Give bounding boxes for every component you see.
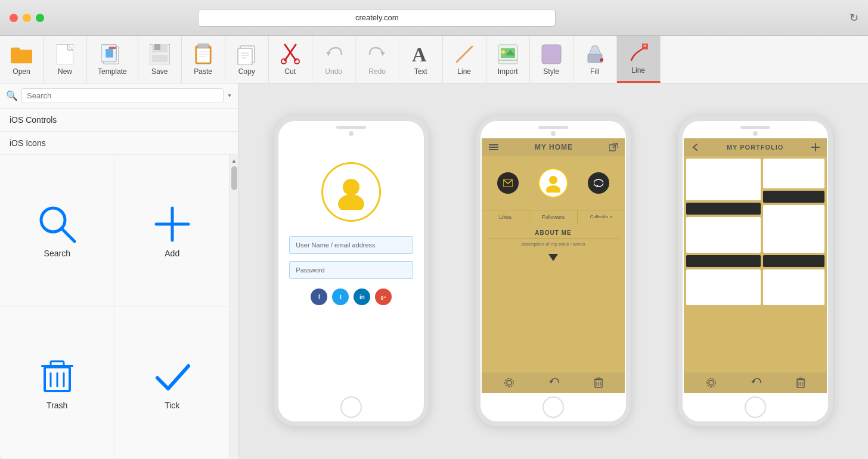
redo-label: Redo bbox=[368, 67, 386, 76]
paste-button[interactable]: Paste bbox=[182, 36, 225, 83]
trash-icon-item[interactable]: Trash bbox=[0, 307, 115, 459]
svg-point-75 bbox=[707, 379, 715, 387]
facebook-btn[interactable]: f bbox=[311, 289, 327, 305]
line-button[interactable]: Line bbox=[443, 36, 486, 83]
phone-cam-3 bbox=[753, 131, 758, 136]
redo-icon bbox=[367, 44, 388, 65]
svg-rect-39 bbox=[588, 54, 602, 63]
portfolio-item-3 bbox=[686, 217, 761, 253]
add-portfolio-icon bbox=[811, 143, 820, 151]
twitter-btn[interactable]: t bbox=[332, 289, 349, 305]
url-text: creately.com bbox=[355, 13, 399, 22]
tick-icon-svg bbox=[151, 355, 193, 397]
svg-point-35 bbox=[501, 50, 505, 54]
close-button[interactable] bbox=[10, 14, 18, 22]
settings-icon bbox=[504, 377, 514, 388]
about-desc: description of my skills / works bbox=[488, 241, 619, 247]
svg-point-61 bbox=[594, 179, 603, 187]
template-button[interactable]: Template bbox=[87, 36, 138, 83]
ios-icons-label: iOS Icons bbox=[10, 138, 46, 148]
svg-rect-21 bbox=[238, 48, 252, 65]
linkedin-btn[interactable]: in bbox=[354, 289, 370, 305]
svg-line-32 bbox=[457, 46, 472, 62]
import-label: Import bbox=[498, 67, 518, 76]
svg-rect-16 bbox=[197, 48, 210, 63]
undo-button[interactable]: Undo bbox=[312, 36, 356, 83]
text-button[interactable]: A Text bbox=[399, 36, 443, 83]
search-icon-svg bbox=[36, 203, 78, 245]
url-bar[interactable]: creately.com bbox=[198, 9, 556, 27]
svg-point-51 bbox=[343, 179, 359, 196]
phone-speaker-1 bbox=[336, 126, 366, 129]
open-button[interactable]: Open bbox=[0, 36, 44, 83]
search-icon: 🔍 bbox=[6, 90, 18, 101]
style-button[interactable]: Style bbox=[530, 36, 574, 83]
scroll-thumb[interactable] bbox=[231, 166, 237, 190]
portfolio-body bbox=[684, 156, 827, 373]
portfolio-item-2 bbox=[686, 203, 761, 215]
username-field[interactable]: User Name / email address bbox=[289, 236, 413, 254]
scrollbar[interactable]: ▲ bbox=[230, 155, 238, 459]
down-arrow bbox=[488, 252, 619, 266]
portfolio-item-5 bbox=[686, 269, 761, 305]
save-button[interactable]: Save bbox=[138, 36, 182, 83]
canvas[interactable]: User Name / email address Password f t i… bbox=[238, 83, 868, 459]
minimize-button[interactable] bbox=[23, 14, 31, 22]
search-icon-item[interactable]: Search bbox=[0, 155, 115, 307]
add-icon-item[interactable]: Add bbox=[115, 155, 230, 307]
portfolio-col-right bbox=[763, 159, 824, 370]
phone-screen-2: MY HOME bbox=[482, 138, 625, 393]
paste-icon bbox=[193, 44, 214, 65]
portfolio-item-r1 bbox=[763, 159, 824, 188]
cut-button[interactable]: Cut bbox=[269, 36, 312, 83]
app-window: creately.com ↻ Open bbox=[0, 0, 868, 459]
svg-point-63 bbox=[507, 380, 512, 385]
svg-point-52 bbox=[338, 194, 364, 210]
home-title: MY HOME bbox=[535, 143, 573, 151]
trash-portfolio-icon bbox=[796, 377, 805, 388]
line-icon bbox=[454, 44, 475, 65]
sidebar-section-ios-controls[interactable]: iOS Controls bbox=[0, 108, 238, 132]
trash-label: Trash bbox=[46, 401, 67, 410]
followers-tab[interactable]: Followers bbox=[529, 210, 577, 224]
phone-speaker-3 bbox=[740, 126, 770, 129]
search-input[interactable] bbox=[21, 88, 224, 103]
refresh-button[interactable]: ↻ bbox=[850, 11, 858, 24]
tick-icon-item[interactable]: Tick bbox=[115, 307, 230, 459]
cut-label: Cut bbox=[284, 67, 296, 76]
phone-home-1 bbox=[340, 396, 362, 418]
fill-label: Fill bbox=[590, 67, 599, 76]
svg-rect-38 bbox=[542, 45, 561, 64]
googleplus-btn[interactable]: g+ bbox=[375, 289, 392, 305]
import-icon bbox=[497, 44, 519, 65]
line2-label: Line bbox=[631, 66, 645, 75]
open-label: Open bbox=[13, 67, 30, 76]
avatar-circle bbox=[321, 162, 381, 222]
new-button[interactable]: New bbox=[44, 36, 87, 83]
collection-tab[interactable]: Collectio n bbox=[578, 210, 625, 224]
copy-button[interactable]: Copy bbox=[225, 36, 269, 83]
scroll-up-arrow[interactable]: ▲ bbox=[231, 157, 237, 164]
collapse-icon[interactable]: ▼ bbox=[227, 93, 232, 98]
redo-button[interactable]: Redo bbox=[356, 36, 399, 83]
portfolio-item-r3 bbox=[763, 205, 824, 253]
line2-button[interactable]: Line bbox=[617, 36, 661, 83]
svg-marker-29 bbox=[326, 52, 331, 56]
maximize-button[interactable] bbox=[36, 14, 44, 22]
svg-rect-47 bbox=[51, 361, 64, 367]
likes-tab[interactable]: Likes bbox=[482, 210, 529, 224]
save-icon bbox=[149, 44, 170, 65]
phone-cam-2 bbox=[551, 131, 556, 136]
svg-rect-7 bbox=[106, 49, 114, 57]
phone-home-3 bbox=[745, 396, 766, 418]
external-link-icon bbox=[609, 143, 618, 151]
sidebar-section-ios-icons[interactable]: iOS Icons bbox=[0, 132, 238, 155]
template-label: Template bbox=[98, 67, 127, 76]
svg-point-64 bbox=[505, 379, 513, 387]
import-button[interactable]: Import bbox=[486, 36, 530, 83]
paste-label: Paste bbox=[194, 67, 212, 76]
fill-button[interactable]: Fill bbox=[574, 36, 617, 83]
phone-1: User Name / email address Password f t i… bbox=[274, 116, 429, 426]
portfolio-item-1 bbox=[686, 159, 761, 200]
password-field[interactable]: Password bbox=[289, 261, 413, 279]
